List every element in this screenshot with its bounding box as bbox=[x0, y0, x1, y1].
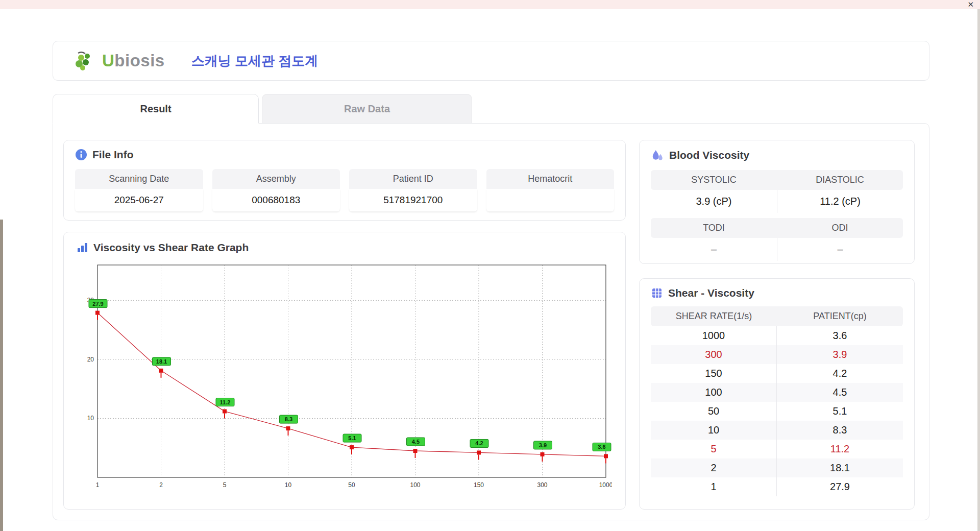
blood-viscosity-title-row: Blood Viscosity bbox=[651, 149, 903, 162]
blood-viscosity-header: SYSTOLIC DIASTOLIC bbox=[651, 170, 903, 190]
field-value bbox=[486, 189, 615, 211]
table-row: 218.1 bbox=[651, 458, 903, 477]
graph-card: Viscosity vs Shear Rate Graph 1020301251… bbox=[63, 232, 626, 510]
file-info-fields: Scanning Date 2025-06-27 Assembly 000680… bbox=[75, 169, 614, 211]
svg-text:11.2: 11.2 bbox=[220, 399, 231, 405]
diastolic-header: DIASTOLIC bbox=[777, 170, 903, 190]
field-hematocrit: Hematocrit bbox=[486, 169, 615, 211]
tab-result[interactable]: Result bbox=[53, 94, 259, 124]
logo-text-u: U bbox=[102, 51, 114, 70]
svg-text:1000: 1000 bbox=[599, 481, 612, 489]
svg-text:5: 5 bbox=[223, 481, 227, 489]
svg-text:150: 150 bbox=[474, 481, 484, 489]
shear-viscosity-title: Shear - Viscosity bbox=[668, 287, 754, 299]
svg-text:27.9: 27.9 bbox=[92, 301, 103, 307]
patient-column-header: PATIENT(cp) bbox=[777, 306, 903, 326]
header: Ubiosis 스캐닝 모세관 점도계 bbox=[53, 41, 929, 81]
logo: Ubiosis bbox=[75, 51, 165, 71]
svg-text:1: 1 bbox=[96, 481, 100, 489]
todi-header: TODI bbox=[651, 218, 777, 238]
odi-value: – bbox=[777, 238, 903, 261]
svg-text:18.1: 18.1 bbox=[156, 358, 167, 365]
svg-text:4.2: 4.2 bbox=[475, 440, 483, 446]
table-row: 1004.5 bbox=[651, 383, 903, 402]
droplet-icon bbox=[651, 149, 664, 162]
table-row: 511.2 bbox=[651, 440, 903, 458]
shear-viscosity-title-row: Shear - Viscosity bbox=[651, 287, 903, 299]
shear-viscosity-card: Shear - Viscosity SHEAR RATE(1/s) PATIEN… bbox=[639, 278, 915, 510]
svg-text:3.6: 3.6 bbox=[598, 444, 605, 450]
right-column: Blood Viscosity SYSTOLIC DIASTOLIC 3.9 (… bbox=[639, 140, 915, 510]
svg-text:10: 10 bbox=[87, 415, 94, 422]
shear-rate-cell: 1000 bbox=[651, 326, 777, 345]
table-row: 1504.2 bbox=[651, 364, 903, 383]
desktop-edge-right bbox=[977, 9, 980, 531]
shear-rate-cell: 10 bbox=[651, 421, 777, 440]
file-info-title: File Info bbox=[92, 149, 134, 161]
shear-rate-cell: 2 bbox=[651, 458, 777, 477]
field-label: Scanning Date bbox=[75, 169, 203, 189]
shear-rate-cell: 150 bbox=[651, 364, 777, 383]
blood-viscosity-title: Blood Viscosity bbox=[669, 149, 749, 161]
field-value: 51781921700 bbox=[349, 189, 477, 211]
tab-raw-data[interactable]: Raw Data bbox=[262, 94, 472, 124]
svg-text:10: 10 bbox=[285, 481, 292, 489]
patient-cell: 11.2 bbox=[777, 440, 903, 458]
field-label: Hematocrit bbox=[486, 169, 615, 189]
close-icon[interactable]: ✕ bbox=[967, 0, 974, 9]
ubiosis-logo-icon bbox=[75, 51, 97, 71]
content-panel: File Info Scanning Date 2025-06-27 Assem… bbox=[53, 123, 929, 520]
todi-odi-values: – – bbox=[651, 238, 903, 261]
systolic-value: 3.9 (cP) bbox=[651, 190, 777, 213]
graph-title: Viscosity vs Shear Rate Graph bbox=[93, 242, 249, 254]
shear-table-header: SHEAR RATE(1/s) PATIENT(cp) bbox=[651, 306, 903, 326]
todi-odi-header: TODI ODI bbox=[651, 218, 903, 238]
patient-cell: 18.1 bbox=[777, 458, 903, 477]
diastolic-value: 11.2 (cP) bbox=[777, 190, 903, 213]
field-value: 000680183 bbox=[212, 189, 340, 211]
patient-cell: 27.9 bbox=[777, 477, 903, 496]
svg-text:8.3: 8.3 bbox=[285, 416, 292, 422]
odi-header: ODI bbox=[777, 218, 903, 238]
shear-rate-cell: 50 bbox=[651, 402, 777, 421]
patient-cell: 3.6 bbox=[777, 326, 903, 345]
logo-text: Ubiosis bbox=[102, 51, 165, 70]
todi-value: – bbox=[651, 238, 777, 261]
svg-text:50: 50 bbox=[348, 481, 355, 489]
left-column: File Info Scanning Date 2025-06-27 Assem… bbox=[63, 140, 626, 510]
shear-rate-cell: 5 bbox=[651, 440, 777, 458]
patient-cell: 4.2 bbox=[777, 364, 903, 383]
shear-rate-column-header: SHEAR RATE(1/s) bbox=[651, 306, 777, 326]
table-row: 127.9 bbox=[651, 477, 903, 496]
blood-viscosity-values: 3.9 (cP) 11.2 (cP) bbox=[651, 190, 903, 213]
blood-viscosity-card: Blood Viscosity SYSTOLIC DIASTOLIC 3.9 (… bbox=[639, 140, 915, 264]
field-label: Patient ID bbox=[349, 169, 477, 189]
shear-rate-cell: 1 bbox=[651, 477, 777, 496]
svg-text:2: 2 bbox=[159, 481, 163, 489]
field-assembly: Assembly 000680183 bbox=[212, 169, 340, 211]
info-icon bbox=[75, 149, 87, 161]
shear-rate-cell: 100 bbox=[651, 383, 777, 402]
systolic-header: SYSTOLIC bbox=[651, 170, 777, 190]
page-title: 스캐닝 모세관 점도계 bbox=[191, 52, 318, 70]
table-row: 505.1 bbox=[651, 402, 903, 421]
field-label: Assembly bbox=[212, 169, 340, 189]
svg-text:5.1: 5.1 bbox=[348, 435, 356, 441]
table-row: 3003.9 bbox=[651, 345, 903, 364]
file-info-title-row: File Info bbox=[75, 149, 614, 161]
svg-text:100: 100 bbox=[410, 481, 420, 489]
svg-text:3.9: 3.9 bbox=[539, 442, 547, 448]
app-window: Ubiosis 스캐닝 모세관 점도계 Result Raw Data File… bbox=[3, 9, 977, 531]
svg-text:300: 300 bbox=[537, 481, 547, 489]
titlebar: ✕ bbox=[0, 0, 980, 9]
divider bbox=[651, 213, 903, 218]
patient-cell: 5.1 bbox=[777, 402, 903, 421]
shear-rate-cell: 300 bbox=[651, 345, 777, 364]
field-value: 2025-06-27 bbox=[75, 189, 203, 211]
graph-title-row: Viscosity vs Shear Rate Graph bbox=[76, 242, 613, 254]
patient-cell: 3.9 bbox=[777, 345, 903, 364]
svg-text:4.5: 4.5 bbox=[412, 439, 420, 445]
file-info-card: File Info Scanning Date 2025-06-27 Assem… bbox=[63, 140, 626, 221]
table-row: 10003.6 bbox=[651, 326, 903, 345]
field-patient-id: Patient ID 51781921700 bbox=[349, 169, 477, 211]
